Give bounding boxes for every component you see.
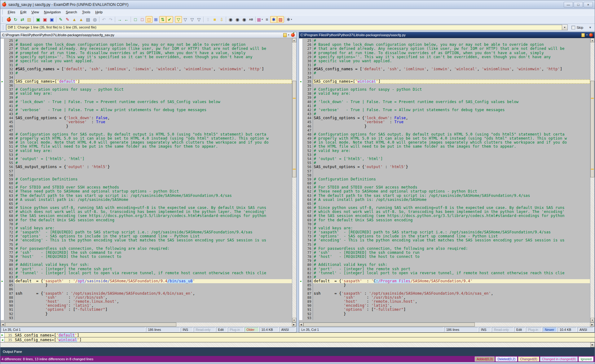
diff-combo[interactable]: Diff 1: Change 1 line (35, first file) t… [6,24,568,30]
find-icon[interactable]: ◉ [227,16,234,23]
code-line-45[interactable]: 45 'verbose' : True [1,120,292,124]
second-file-icon[interactable] [581,33,585,37]
find-next-icon[interactable]: ◉ [234,16,241,23]
right-scroll-down-icon[interactable]: ▼ [590,318,594,322]
left-scroll-down-icon[interactable]: ▼ [292,318,296,322]
code-line-28[interactable]: 28# prompted for at run time. To dissall… [299,51,590,55]
code-line-84[interactable]: ◀84default = {'saspath' : 'C:/Program Fi… [299,279,590,283]
code-line-89[interactable]: 89 'host' : 'remote.linux.host', [299,300,590,304]
code-line-91[interactable]: 91 'options' : ["-fullstimer"] [1,308,292,312]
code-line-75[interactable]: 75# [1,243,292,247]
code-line-62[interactable]: 62# These need path to SASHome and optio… [299,189,590,193]
code-line-93[interactable]: 93 [299,316,590,320]
show-identical-lines-icon[interactable]: □ [132,16,139,23]
code-line-30[interactable]: 30# specific value you want applied. [1,59,292,63]
code-line-72[interactable]: 72# 'saspath' - [REQUIRED] path to SAS s… [1,230,292,234]
undo-icon[interactable]: ↶ [100,16,107,23]
toolbar-overflow-icon[interactable]: ▼ [587,26,593,29]
swap-panes-icon[interactable]: ⇄ [19,16,26,23]
code-line-65[interactable]: 65# [299,202,590,206]
code-line-53[interactable]: 53# [1,153,292,157]
code-line-79[interactable]: 79# [299,259,590,263]
settings-icon[interactable]: ✱▼ [286,16,293,23]
code-line-53[interactable]: 53# [299,153,590,157]
code-line-32[interactable]: 32#SAS_config_names = ['default', 'ssh',… [299,67,590,71]
code-line-74[interactable]: 74# 'encoding' - This is the python enco… [299,238,590,242]
code-line-86[interactable]: 86 [1,287,292,291]
code-line-41[interactable]: 41# [299,104,590,108]
code-line-39[interactable]: 39# [1,96,292,100]
code-line-70[interactable]: 70# [1,222,292,226]
right-horizontal-scrollbar[interactable]: ◀ ▶ [299,322,595,327]
maximize-button[interactable]: □ [574,2,583,7]
code-line-55[interactable]: 55# [1,161,292,165]
second-file-header[interactable]: C:\Program Files\Python\Python37\Lib\sit… [299,32,595,38]
first-file-dropdown-icon[interactable]: ▼ [288,34,290,36]
code-line-82[interactable]: 82# 'tunnel' - [integer] local port to o… [299,271,590,275]
code-line-63[interactable]: 63# The default path to the sas start up… [1,194,292,198]
code-line-33[interactable]: 33# [1,71,292,75]
code-line-51[interactable]: 51# the HTML file will need to be put in… [299,145,590,149]
filter-added-icon[interactable]: ▽ [189,16,196,23]
code-line-43[interactable]: 43# [299,112,590,116]
right-scroll-up-icon[interactable]: ▲ [590,38,594,42]
code-line-81[interactable]: 81# 'port' - [integer] the remote ssh po… [1,267,292,271]
diff-combo-dropdown-icon[interactable]: ▼ [562,25,567,30]
comparison-options-icon[interactable]: ▨ [277,16,284,23]
code-line-57[interactable]: 57 [299,169,590,173]
code-line-68[interactable]: 68# the SAS session encoding (see https:… [1,214,292,218]
code-line-35[interactable]: ◀35SAS_config_names=['winlocal'] [299,80,590,84]
menu-grip[interactable] [2,10,4,14]
code-line-42[interactable]: 42# 'verbose' - True | False. True = All… [1,108,292,112]
code-line-93[interactable]: 93 [1,316,292,320]
code-line-58[interactable]: 58 [1,173,292,177]
code-line-83[interactable]: 83# [1,275,292,279]
skip-checkbox[interactable] [571,26,575,29]
code-line-28[interactable]: 28# prompted for at run time. To dissall… [1,51,292,55]
toolbar-grip[interactable] [2,17,4,22]
code-line-88[interactable]: 88 'ssh' : '/usr/bin/ssh', [299,296,590,300]
code-line-65[interactable]: 65# [1,202,292,206]
current-diff-icon[interactable]: ■ [211,16,218,23]
copy-block-right-icon[interactable]: → [116,16,123,23]
code-line-34[interactable]: 34 [1,76,292,80]
code-line-37[interactable]: 37# Configuration options for saspy - py… [299,88,590,92]
code-line-26[interactable]: 26# Based upon the lock_down configurati… [1,43,292,47]
code-line-73[interactable]: 73# 'options' - SAS options to include i… [1,234,292,238]
code-line-45[interactable]: 45 'verbose' : True [299,120,590,124]
code-line-32[interactable]: 32#SAS_config_names = ['default', 'ssh',… [1,67,292,71]
left-vscroll-thumb[interactable] [292,81,296,177]
code-line-30[interactable]: 30# specific value you want applied. [299,59,590,63]
code-line-59[interactable]: 59# Configuration Definitions [1,177,292,181]
code-line-46[interactable]: 46 } [299,124,590,128]
code-line-83[interactable]: 83# [299,275,590,279]
code-line-74[interactable]: 74# 'encoding' - This is the python enco… [1,238,292,242]
menu-view[interactable]: View [29,10,42,15]
code-line-84[interactable]: ▶84default = {'saspath' : '/opt/sasinsid… [1,279,292,283]
second-file-dropdown-icon[interactable]: ▼ [586,34,588,36]
code-line-60[interactable]: 60# [1,181,292,185]
code-line-47[interactable]: 47 [1,128,292,132]
find-previous-icon[interactable]: ◉ [241,16,248,23]
menu-tools[interactable]: Tools [80,10,93,15]
code-line-42[interactable]: 42# 'verbose' - True | False. True = All… [299,108,590,112]
code-line-78[interactable]: 78# 'host' - [REQUIRED] the host to conn… [1,255,292,259]
left-vertical-scrollbar[interactable]: ▲ ▼ [292,38,296,322]
code-line-37[interactable]: 37# Configuration options for saspy - py… [1,88,292,92]
code-line-52[interactable]: 52# valid key are: [1,149,292,153]
open-files-icon[interactable]: ▨ [26,16,33,23]
code-line-87[interactable]: 87ssh = {'saspath' : '/opt/sasinside/SAS… [299,292,590,296]
code-line-67[interactable]: 67# which does not work well as utf-8. S… [1,210,292,214]
right-scroll-right-icon[interactable]: ▶ [590,323,594,327]
recompare-icon[interactable]: ↻ [12,16,19,23]
save-first-file-icon[interactable]: ▣ [35,16,42,23]
code-line-92[interactable]: 92 } [1,312,292,316]
code-line-51[interactable]: 51# the HTML file will need to be put in… [1,145,292,149]
filter-all-diffs-icon[interactable]: ▽ [175,16,182,23]
code-line-27[interactable]: 27# that are defined already. Any necess… [299,47,590,51]
code-line-89[interactable]: 89 'host' : 'remote.linux.host', [1,300,292,304]
code-line-85[interactable]: 85 } [1,283,292,287]
code-line-38[interactable]: 38# valid key are: [1,92,292,96]
pick-first-file-icon[interactable]: ▲ [71,16,78,23]
color-options-icon[interactable]: ▦▼ [257,16,263,23]
